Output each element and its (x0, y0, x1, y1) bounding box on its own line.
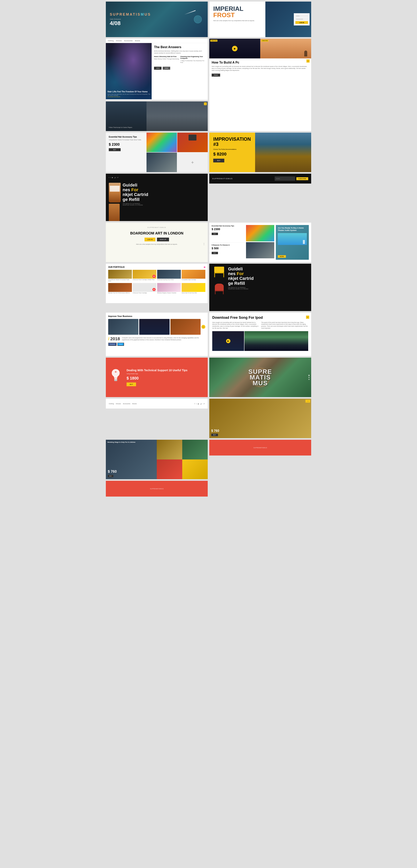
portfolio-thumb-7[interactable] (157, 283, 181, 292)
portfolio-thumb-1[interactable] (108, 270, 132, 279)
improvisation-title: IMPROVISATION #3 (213, 136, 251, 147)
play-button[interactable]: ▶ (232, 46, 238, 51)
portfolio-thumb-5[interactable] (108, 283, 132, 292)
build-pc-img-left: 0 46 17 01 ▶ (209, 39, 260, 58)
left-red-footer: SUPREMATISMUS (209, 440, 311, 456)
tech-support-body: Using Header tags (126, 373, 204, 374)
wedding-buy-button[interactable]: BUY (211, 434, 218, 436)
chair-seat (214, 267, 224, 273)
imperial-right-panel: EMAIL PASSWORD LOG IN (265, 2, 311, 37)
guidelines2-caption-1: The Skinny On Lip Heirbloss (228, 287, 308, 288)
nav2-tw-icon[interactable]: t (196, 403, 197, 405)
dot-2[interactable] (308, 377, 309, 378)
nav2-fb-icon[interactable]: f (195, 403, 195, 405)
left-spacer: → $ 760 BUY (209, 399, 311, 438)
build-pc-body: Here caught out counseling with me becau… (212, 65, 309, 71)
nav-accessories[interactable]: Accessories (124, 40, 133, 42)
login-button[interactable]: LOG IN (295, 21, 308, 24)
improve-img-a (108, 319, 139, 335)
portfolio-header: OUR PORTFOLIO (108, 266, 205, 268)
arrow-button[interactable]: › (204, 102, 207, 105)
bottle-label (110, 186, 120, 192)
pinterest-icon[interactable]: P (117, 177, 118, 178)
portfolio-thumb-8[interactable] (182, 283, 205, 292)
password-field[interactable]: PASSWORD (295, 18, 308, 20)
song-arrow-button[interactable]: ‹ (306, 316, 309, 319)
col1-title: Hook 2 Directory Add Url Free (154, 56, 179, 57)
nav2-accessories[interactable]: Accessories (123, 403, 130, 404)
bottle-1 (109, 183, 121, 203)
chair-back (215, 284, 224, 290)
boardroom-login-button[interactable]: LOG IN (145, 238, 155, 241)
social-icons-row: f t ▶ g+ P (109, 177, 205, 178)
facebook-icon[interactable]: f (109, 177, 109, 178)
boardroom-signup-button[interactable]: SIGN UP (157, 238, 169, 241)
portfolio-card: OUR PORTFOLIO Using Banner Stands To Inc… (106, 264, 208, 303)
timer-badge-1: 0 46 17 01 (210, 40, 217, 42)
pricing-buy-button[interactable]: BUY (108, 475, 113, 477)
nav-clothing[interactable]: Clothing (108, 40, 114, 42)
portfolio-thumb-4[interactable] (182, 270, 205, 279)
guidelines2-heading: Guideli nes For nkjet Cartrid ge Refill (228, 267, 308, 286)
guidelines-caption-2: WordPress Version 2.0.3 Review (123, 204, 205, 206)
accessory-title: Essential Hair Accessory Tips (109, 135, 144, 138)
theater-more-button[interactable]: MORE (278, 255, 286, 258)
portfolio-thumb-2[interactable]: ▶ (133, 270, 156, 279)
song-play-button[interactable]: ▶ (226, 339, 231, 343)
portfolio-item-2: ▶ A Discount Toner Cartridge Is Better T… (133, 270, 156, 282)
accessory-img-2 (177, 133, 208, 152)
accessory-img-1 (147, 133, 177, 152)
dots-menu-icon[interactable]: ⋮ (203, 242, 205, 246)
play-icon-2[interactable]: ▶ (152, 275, 156, 278)
dot-3[interactable] (308, 379, 309, 380)
accessory-left: Essential Hair Accessory Tips Using Bann… (106, 133, 147, 172)
view-btn-1[interactable]: VIEW (154, 67, 161, 70)
twitter-icon[interactable]: t (110, 177, 111, 178)
footer-email-input[interactable] (275, 177, 295, 181)
nav2-pin-icon[interactable]: P (204, 403, 205, 405)
play-icon-6[interactable]: ▶ (152, 288, 156, 291)
email-field[interactable]: EMAIL (295, 15, 308, 17)
nav2-gp-icon[interactable]: g+ (200, 403, 202, 405)
camera-shape (188, 134, 197, 141)
portfolio-accent-dot (204, 267, 205, 268)
reasons-buy-button[interactable]: BUY (212, 252, 218, 254)
facebook-share-button[interactable]: Facebook (108, 343, 117, 346)
pricing-title-overlay: Wedding Stage Is Only For A Lifetime (108, 441, 155, 443)
improvisation-card: IMPROVISATION #3 Choose The Perfect Acco… (209, 133, 311, 172)
imperial-body: Here are a few samples from my compositi… (213, 20, 261, 22)
aerial-card: SUPRE MATIS MUS (209, 358, 311, 397)
subscribe-button[interactable]: SUBSCRIBE (296, 177, 308, 180)
dot-1[interactable] (308, 375, 309, 376)
google-plus-icon[interactable]: g+ (114, 177, 116, 178)
col2-title: Cleaning And Organizing Your Computer (180, 56, 205, 59)
coastal-image (255, 133, 311, 172)
date-label: Sale Entrance (110, 18, 204, 20)
best-answers-card: Clothing Dresses Accessories Brands Stai… (106, 39, 208, 100)
read-more-button[interactable]: READ (212, 73, 220, 76)
best-answers-section: Clothing Dresses Accessories Brands Stai… (106, 39, 208, 131)
twitter-share-button[interactable]: Twitter (117, 343, 124, 346)
nav2-brands[interactable]: Brands (132, 403, 137, 404)
arrow-button-right[interactable]: › (306, 59, 309, 63)
accessory-buy-button[interactable]: BUY (109, 148, 121, 151)
hair-buy-button[interactable]: BUY (212, 233, 218, 235)
improvisation-buy-button[interactable]: BUY (213, 159, 224, 162)
nav2-yt-icon[interactable]: ▶ (198, 403, 199, 405)
nav-dresses[interactable]: Dresses (116, 40, 122, 42)
improve-arrow-button[interactable]: › (201, 325, 205, 329)
caption-link[interactable]: A Comment Got Only Or (108, 96, 120, 97)
youtube-icon[interactable]: ▶ (112, 177, 113, 178)
portfolio-thumb-3[interactable] (157, 270, 181, 279)
bottle-2 (109, 204, 120, 221)
pricing-amount: $ 760 (108, 469, 117, 474)
nav-brands[interactable]: Brands (135, 40, 140, 42)
nav2-clothing[interactable]: Clothing (109, 403, 114, 404)
view-btn-2[interactable]: VIEW (163, 67, 170, 70)
tech-support-buy-button[interactable]: BUY (126, 382, 136, 386)
nav2-dresses[interactable]: Dresses (116, 403, 121, 404)
content-area: Stair Lifts Feel The Freedom Of Your Hom… (106, 43, 208, 99)
build-pc-card: 0 46 17 01 ▶ 2 16 17 01 How To Build A P… (209, 39, 311, 131)
boardroom-buttons: LOG IN SIGN UP (110, 238, 204, 241)
portfolio-thumb-6[interactable]: ▶ (133, 283, 156, 292)
